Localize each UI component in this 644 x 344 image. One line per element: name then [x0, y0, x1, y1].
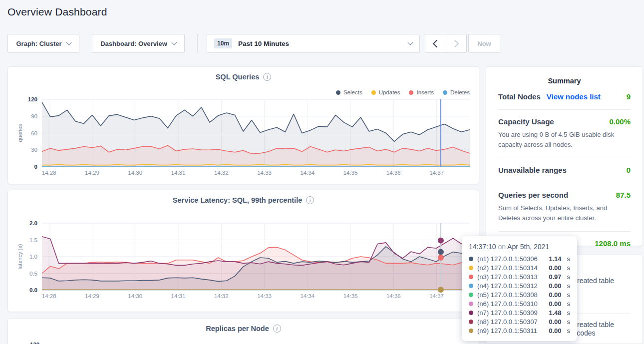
graph-dropdown[interactable]: Graph: Cluster: [7, 34, 79, 53]
tooltip-row: (n8) 127.0.0.1:503070.00s: [469, 317, 570, 326]
node-color-dot: [469, 284, 473, 288]
legend-color-dot: [409, 90, 413, 95]
summary-panel: Summary Total Nodes View nodes list 9 Ca…: [486, 66, 643, 246]
tooltip-value-unit: s: [567, 282, 571, 290]
chevron-down-icon: [171, 39, 177, 45]
tooltip-date: Apr 5th, 2021: [507, 243, 549, 251]
summary-label: Capacity Usage: [498, 117, 554, 126]
tooltip-row: (n9) 127.0.0.1:503110.00s: [469, 326, 570, 335]
svg-text:0.0: 0.0: [29, 287, 37, 293]
svg-text:14:28: 14:28: [42, 293, 56, 299]
svg-text:14:36: 14:36: [386, 170, 401, 176]
controls-divider: [197, 34, 198, 53]
chart-title: Service Latency: SQL, 99th percentile: [173, 196, 303, 204]
summary-value: 0: [627, 166, 631, 174]
svg-text:1.0: 1.0: [29, 254, 37, 260]
svg-text:14:31: 14:31: [171, 170, 186, 176]
tooltip-row: (n4) 127.0.0.1:503120.00s: [469, 281, 570, 290]
node-color-dot: [469, 329, 473, 333]
overview-dashboard-page: Overview Dashboard Graph: Cluster Dashbo…: [0, 0, 644, 344]
tooltip-node-value: 1.14: [549, 255, 561, 263]
page-title: Overview Dashboard: [7, 6, 107, 18]
dashboard-dropdown[interactable]: Dashboard: Overview: [92, 34, 185, 53]
svg-text:14:29: 14:29: [85, 293, 99, 299]
summary-value: 9: [627, 92, 631, 101]
svg-text:14:34: 14:34: [300, 170, 315, 176]
tooltip-node-value: 0.97: [549, 273, 561, 281]
tooltip-value-unit: s: [567, 264, 571, 272]
svg-text:14:33: 14:33: [257, 170, 272, 176]
tooltip-row: (n6) 127.0.0.1:503100.00s: [469, 299, 570, 308]
view-nodes-list-link[interactable]: View nodes list: [547, 92, 601, 101]
summary-value: 87.5: [616, 191, 631, 199]
tooltip-node-label: (n6) 127.0.0.1:50310: [477, 300, 545, 308]
chart-hover-tooltip: 14:37:10 on Apr 5th, 2021 (n1) 127.0.0.1…: [462, 236, 577, 341]
svg-text:0: 0: [34, 164, 37, 170]
chevron-down-icon: [66, 39, 71, 45]
info-icon[interactable]: i: [273, 325, 281, 333]
info-icon[interactable]: i: [263, 73, 271, 81]
node-color-dot: [469, 275, 473, 279]
tooltip-row: (n1) 127.0.0.1:503061.14s: [469, 254, 570, 263]
summary-row-total-nodes: Total Nodes View nodes list 9: [498, 85, 631, 110]
svg-text:14:28: 14:28: [42, 170, 56, 176]
svg-text:14:37: 14:37: [429, 170, 444, 176]
tooltip-node-value: 0.00: [549, 300, 561, 308]
svg-text:14:29: 14:29: [85, 170, 99, 176]
summary-row-queries-per-second: Queries per second 87.5 Sum of Selects, …: [498, 183, 631, 232]
chart-title-row: SQL Queries i: [8, 73, 479, 81]
svg-text:14:35: 14:35: [343, 170, 358, 176]
svg-text:1.5: 1.5: [29, 237, 37, 243]
now-button[interactable]: Now: [468, 34, 500, 53]
summary-row-unavailable-ranges: Unavailable ranges 0: [498, 158, 631, 183]
svg-text:120: 120: [28, 96, 37, 102]
tooltip-rows: (n1) 127.0.0.1:503061.14s(n2) 127.0.0.1:…: [469, 254, 570, 335]
svg-text:30: 30: [31, 147, 37, 153]
svg-text:14:33: 14:33: [257, 293, 272, 299]
tooltip-row: (n5) 127.0.0.1:503080.00s: [469, 290, 570, 299]
tooltip-node-label: (n2) 127.0.0.1:50314: [477, 264, 545, 272]
time-next-button[interactable]: [446, 34, 467, 52]
service-latency-card: Service Latency: SQL, 99th percentile i …: [7, 190, 479, 312]
tooltip-node-label: (n4) 127.0.0.1:50312: [477, 282, 545, 290]
service-latency-chart[interactable]: 14:2814:2914:3014:3114:3214:3314:3414:35…: [16, 218, 480, 307]
tooltip-value-unit: s: [567, 300, 571, 308]
tooltip-time: 14:37:10: [469, 243, 496, 251]
chart-title-row: Replicas per Node i: [8, 325, 479, 333]
sql-queries-chart[interactable]: 14:2814:2914:3014:3114:3214:3314:3414:35…: [16, 95, 480, 181]
tooltip-node-label: (n5) 127.0.0.1:50308: [477, 291, 545, 299]
time-range-badge: 10m: [214, 38, 232, 48]
time-range-selector[interactable]: 10m Past 10 Minutes: [207, 34, 420, 53]
graph-dropdown-label: Graph: Cluster: [16, 40, 61, 47]
summary-row-capacity-usage: Capacity Usage 0.00% You are using 0 B o…: [498, 110, 631, 158]
tooltip-timestamp: 14:37:10 on Apr 5th, 2021: [469, 243, 570, 251]
tooltip-row: (n2) 127.0.0.1:503140.00s: [469, 263, 570, 272]
time-step-buttons: [425, 34, 467, 53]
tooltip-value-unit: s: [567, 255, 571, 263]
sql-queries-card: SQL Queries i SelectsUpdatesInsertsDelet…: [7, 66, 479, 184]
time-range-label: Past 10 Minutes: [238, 40, 402, 47]
dashboard-dropdown-label: Dashboard: Overview: [100, 40, 167, 47]
node-color-dot: [469, 320, 473, 324]
svg-text:latency (s): latency (s): [17, 244, 23, 270]
tooltip-node-label: (n9) 127.0.0.1:50311: [477, 327, 545, 335]
tooltip-node-value: 0.00: [549, 327, 561, 335]
summary-description: Sum of Selects, Updates, Inserts, and De…: [498, 203, 631, 223]
chevron-right-icon: [451, 39, 459, 47]
tooltip-on-word: on: [498, 243, 506, 251]
svg-text:14:34: 14:34: [300, 293, 315, 299]
node-color-dot: [469, 266, 473, 270]
summary-label: Total Nodes: [498, 92, 541, 101]
svg-text:14:32: 14:32: [214, 293, 229, 299]
time-prev-button[interactable]: [425, 34, 446, 52]
tooltip-value-unit: s: [567, 291, 571, 299]
svg-text:14:37: 14:37: [429, 293, 444, 299]
tooltip-node-label: (n7) 127.0.0.1:50309: [477, 309, 545, 317]
summary-description: You are using 0 B of 4.5 GiB usable disk…: [498, 130, 631, 149]
y-axis-tick-label: 120: [30, 342, 39, 344]
svg-text:14:32: 14:32: [214, 170, 229, 176]
chart-title: Replicas per Node: [206, 325, 269, 333]
tooltip-node-value: 0.00: [549, 264, 561, 272]
chart-title: SQL Queries: [216, 73, 260, 81]
info-icon[interactable]: i: [306, 196, 314, 204]
